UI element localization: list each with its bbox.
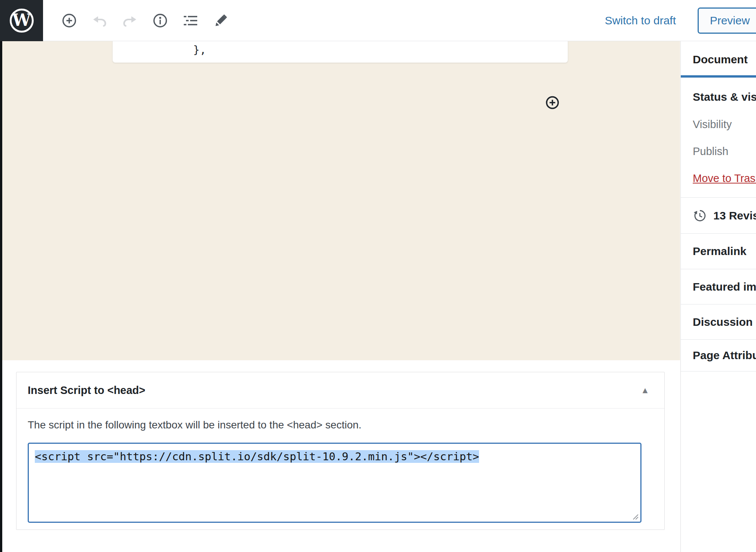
editor-top-bar: W <box>0 0 756 41</box>
permalink-panel[interactable]: Permalink <box>681 234 756 269</box>
move-to-trash-link[interactable]: Move to Trash <box>693 172 756 185</box>
editor-toolbar <box>60 0 230 41</box>
head-script-textarea[interactable]: <script src="https://cdn.split.io/sdk/sp… <box>28 443 641 523</box>
add-block-icon <box>60 12 78 30</box>
featured-image-panel[interactable]: Featured image <box>681 269 756 304</box>
wordpress-logo: W <box>10 9 34 33</box>
edit-mode-button[interactable] <box>211 11 230 30</box>
undo-button[interactable] <box>90 11 109 30</box>
metabox-title: Insert Script to <head> <box>28 384 145 397</box>
edit-icon <box>212 12 230 30</box>
sidebar-tabbar: Document <box>681 41 756 78</box>
switch-to-draft-link[interactable]: Switch to draft <box>605 14 676 27</box>
details-button[interactable] <box>151 11 170 30</box>
metabox-region: Insert Script to <head> ▲ The script in … <box>2 360 680 552</box>
active-tab-underline <box>681 75 756 78</box>
page-attributes-panel[interactable]: Page Attributes <box>681 340 756 371</box>
visibility-label: Visibility <box>693 118 756 131</box>
metabox-description: The script in the following textbox will… <box>28 419 653 432</box>
status-panel-title: Status & visibility <box>693 91 756 104</box>
info-icon <box>151 12 169 30</box>
resize-handle-icon[interactable] <box>632 513 639 520</box>
code-block[interactable]: }, }) <box>112 41 568 63</box>
add-block-button[interactable] <box>60 11 79 30</box>
revisions-icon <box>693 209 707 223</box>
code-line: }, <box>113 41 568 58</box>
metabox-header[interactable]: Insert Script to <head> ▲ <box>16 372 664 409</box>
undo-icon <box>91 12 109 30</box>
discussion-panel[interactable]: Discussion <box>681 304 756 340</box>
block-inserter-button[interactable] <box>545 95 560 110</box>
admin-menu-strip <box>0 41 2 552</box>
code-line: }) <box>113 58 568 63</box>
revisions-label: 13 Revisions <box>713 209 756 222</box>
insert-script-head-metabox: Insert Script to <head> ▲ The script in … <box>16 372 665 530</box>
settings-sidebar: Document Status & visibility Visibility … <box>680 41 756 552</box>
wordpress-editor-window: W <box>0 0 756 552</box>
redo-button[interactable] <box>121 11 139 30</box>
redo-icon <box>121 12 139 30</box>
wordpress-logo-button[interactable]: W <box>0 0 43 41</box>
list-view-button[interactable] <box>181 11 200 30</box>
inserter-icon <box>545 95 560 110</box>
revisions-row[interactable]: 13 Revisions <box>681 198 756 234</box>
preview-button[interactable]: Preview <box>698 7 756 34</box>
selected-script-text: <script src="https://cdn.split.io/sdk/sp… <box>35 450 479 463</box>
status-visibility-panel: Status & visibility Visibility Publish M… <box>681 78 756 198</box>
publish-label: Publish <box>693 145 756 158</box>
top-bar-actions: Switch to draft Preview <box>605 0 756 41</box>
editor-canvas: }, }) <box>2 41 680 360</box>
list-view-icon <box>182 12 199 30</box>
tab-document[interactable]: Document <box>681 41 756 78</box>
metabox-body: The script in the following textbox will… <box>16 409 664 523</box>
collapse-arrow-icon[interactable]: ▲ <box>641 386 649 395</box>
